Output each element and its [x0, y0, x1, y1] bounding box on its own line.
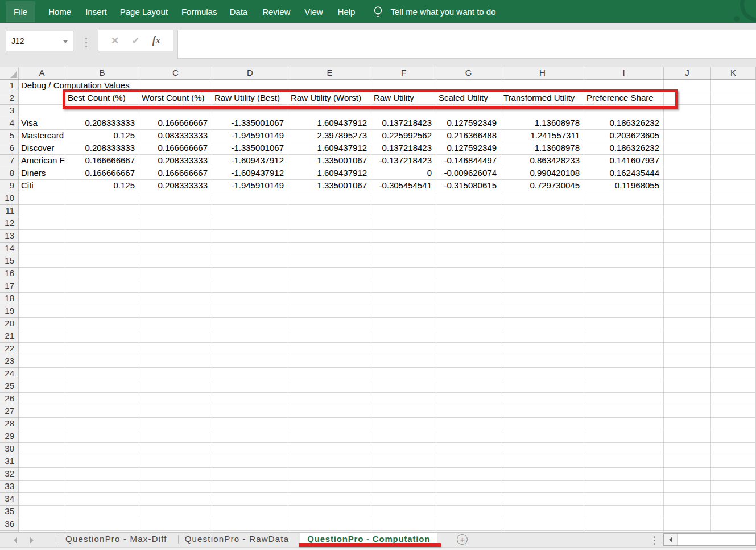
cell-I9[interactable]: 0.11968055 — [584, 180, 664, 192]
cell-J20[interactable] — [664, 318, 711, 330]
cell-B8[interactable]: 0.166666667 — [65, 167, 139, 180]
cell-J6[interactable] — [664, 142, 711, 155]
cell-A14[interactable] — [19, 243, 65, 255]
cell-E22[interactable] — [288, 343, 371, 355]
cell-F5[interactable]: 0.225992562 — [371, 130, 436, 142]
cell-B11[interactable] — [65, 205, 139, 217]
cell-E8[interactable]: 1.609437912 — [288, 167, 371, 180]
cell-G33[interactable] — [436, 481, 501, 493]
cell-E4[interactable]: 1.609437912 — [288, 117, 371, 130]
cell-E35[interactable] — [288, 506, 371, 518]
cell-E17[interactable] — [288, 280, 371, 293]
cell-B26[interactable] — [65, 393, 139, 405]
cell-J23[interactable] — [664, 355, 711, 368]
cell-A4[interactable]: Visa — [19, 117, 65, 130]
cell-B4[interactable]: 0.208333333 — [65, 117, 139, 130]
cell-D19[interactable] — [212, 305, 288, 318]
row-header-4[interactable]: 4 — [0, 117, 19, 130]
cell-E20[interactable] — [288, 318, 371, 330]
cell-A8[interactable]: Diners — [19, 167, 65, 180]
cell-H17[interactable] — [501, 280, 584, 293]
cell-J24[interactable] — [664, 368, 711, 380]
cell-H20[interactable] — [501, 318, 584, 330]
cell-I4[interactable]: 0.186326232 — [584, 117, 664, 130]
cell-I10[interactable] — [584, 192, 664, 205]
cell-A27[interactable] — [19, 405, 65, 418]
cell-K15[interactable] — [711, 255, 756, 268]
cell-E26[interactable] — [288, 393, 371, 405]
cell-B7[interactable]: 0.166666667 — [65, 155, 139, 167]
cell-C9[interactable]: 0.208333333 — [139, 180, 212, 192]
cell-F28[interactable] — [371, 418, 436, 430]
cell-F8[interactable]: 0 — [371, 167, 436, 180]
cell-I24[interactable] — [584, 368, 664, 380]
cell-C21[interactable] — [139, 330, 212, 343]
cell-F36[interactable] — [371, 518, 436, 531]
cell-J29[interactable] — [664, 430, 711, 443]
cell-I31[interactable] — [584, 455, 664, 468]
cell-C29[interactable] — [139, 430, 212, 443]
cell-A33[interactable] — [19, 481, 65, 493]
cell-E10[interactable] — [288, 192, 371, 205]
cell-H32[interactable] — [501, 468, 584, 481]
cell-K8[interactable] — [711, 167, 756, 180]
cell-F35[interactable] — [371, 506, 436, 518]
ribbon-tab-page-layout[interactable]: Page Layout — [120, 7, 168, 17]
row-header-6[interactable]: 6 — [0, 142, 19, 155]
cell-B17[interactable] — [65, 280, 139, 293]
cell-F30[interactable] — [371, 443, 436, 455]
cell-B25[interactable] — [65, 380, 139, 393]
row-header-2[interactable]: 2 — [0, 92, 19, 105]
cell-E7[interactable]: 1.335001067 — [288, 155, 371, 167]
cell-D10[interactable] — [212, 192, 288, 205]
cell-D8[interactable]: -1.609437912 — [212, 167, 288, 180]
add-sheet-button[interactable]: + — [457, 534, 468, 545]
cell-F18[interactable] — [371, 293, 436, 305]
row-header-26[interactable]: 26 — [0, 393, 19, 405]
cell-H4[interactable]: 1.13608978 — [501, 117, 584, 130]
cell-K5[interactable] — [711, 130, 756, 142]
cell-G29[interactable] — [436, 430, 501, 443]
cell-B28[interactable] — [65, 418, 139, 430]
cell-B33[interactable] — [65, 481, 139, 493]
cell-K21[interactable] — [711, 330, 756, 343]
row-header-30[interactable]: 30 — [0, 443, 19, 455]
cell-H28[interactable] — [501, 418, 584, 430]
cell-G34[interactable] — [436, 493, 501, 506]
tell-me-search[interactable]: Tell me what you want to do — [390, 7, 495, 17]
cell-G4[interactable]: 0.127592349 — [436, 117, 501, 130]
cell-F14[interactable] — [371, 243, 436, 255]
cell-D35[interactable] — [212, 506, 288, 518]
cell-A2[interactable] — [19, 92, 65, 105]
cell-G17[interactable] — [436, 280, 501, 293]
cell-I33[interactable] — [584, 481, 664, 493]
column-header-J[interactable]: J — [664, 67, 711, 79]
cell-A29[interactable] — [19, 430, 65, 443]
cell-J30[interactable] — [664, 443, 711, 455]
cell-D17[interactable] — [212, 280, 288, 293]
cell-D33[interactable] — [212, 481, 288, 493]
cell-A6[interactable]: Discover — [19, 142, 65, 155]
cell-E27[interactable] — [288, 405, 371, 418]
cell-K3[interactable] — [711, 105, 756, 117]
cell-G24[interactable] — [436, 368, 501, 380]
cell-J12[interactable] — [664, 217, 711, 230]
cell-I14[interactable] — [584, 243, 664, 255]
cell-D20[interactable] — [212, 318, 288, 330]
ribbon-tab-data[interactable]: Data — [229, 7, 247, 17]
sheet-nav-left-icon[interactable] — [14, 537, 17, 543]
row-header-3[interactable]: 3 — [0, 105, 19, 117]
cell-C25[interactable] — [139, 380, 212, 393]
cell-J9[interactable] — [664, 180, 711, 192]
cell-K33[interactable] — [711, 481, 756, 493]
cell-E16[interactable] — [288, 268, 371, 280]
cell-I19[interactable] — [584, 305, 664, 318]
ribbon-tab-view[interactable]: View — [304, 7, 323, 17]
row-header-28[interactable]: 28 — [0, 418, 19, 430]
cell-H10[interactable] — [501, 192, 584, 205]
cell-J18[interactable] — [664, 293, 711, 305]
cell-H29[interactable] — [501, 430, 584, 443]
cell-G30[interactable] — [436, 443, 501, 455]
cell-K6[interactable] — [711, 142, 756, 155]
cell-J36[interactable] — [664, 518, 711, 531]
